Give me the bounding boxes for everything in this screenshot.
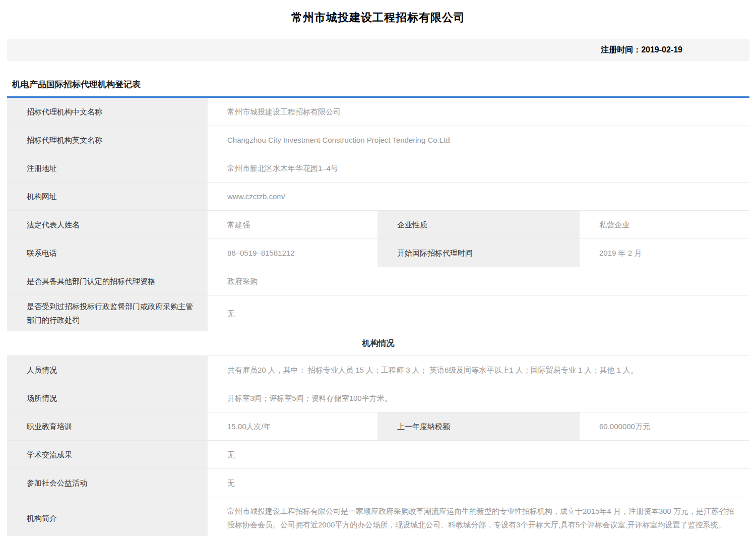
table-row: 机构网址 www.czctzb.com/ xyxy=(7,183,749,211)
row-label: 参加社会公益活动 xyxy=(7,469,208,497)
row-label: 学术交流成果 xyxy=(7,441,208,468)
row-value: 无 xyxy=(208,469,749,497)
table-row: 人员情况 共有雇员20 人，其中： 招标专业人员 15 人；工程师 3 人； 英… xyxy=(7,356,749,384)
row-value: www.czctzb.com/ xyxy=(208,183,749,210)
page: 常州市城投建设工程招标有限公司 注册时间： 2019-02-19 机电产品国际招… xyxy=(0,0,756,536)
section-header-label: 机构情况 xyxy=(362,338,395,349)
registry-table: 招标代理机构中文名称 常州市城投建设工程招标有限公司 招标代理机构英文名称 Ch… xyxy=(7,96,749,536)
row-value: 86–0519–81581212 xyxy=(208,239,377,267)
row-value: 2019 年 2 月 xyxy=(580,239,749,267)
section-header-row: 机构情况 xyxy=(7,331,749,356)
row-value: 常州市新北区水木年华花园1–4号 xyxy=(208,154,749,182)
row-label: 法定代表人姓名 xyxy=(7,211,208,239)
table-row: 职业教育培训 15.00人次/年 上一年度纳税额 60.000000万元 xyxy=(7,412,749,441)
row-label: 招标代理机构英文名称 xyxy=(7,126,208,154)
row-label: 场所情况 xyxy=(7,384,208,412)
row-value: 15.00人次/年 xyxy=(208,412,377,440)
register-time-label: 注册时间： xyxy=(601,45,641,55)
row-value: 无 xyxy=(208,295,749,331)
row-label: 机构简介 xyxy=(7,497,208,536)
register-time-value: 2019-02-19 xyxy=(641,45,682,54)
row-label: 职业教育培训 xyxy=(7,412,208,440)
table-row: 注册地址 常州市新北区水木年华花园1–4号 xyxy=(7,154,749,183)
row-value: Changzhou City Investment Construction P… xyxy=(208,126,749,154)
row-value: 常州市城投建设工程招标有限公司 xyxy=(208,98,749,126)
row-label: 上一年度纳税额 xyxy=(377,412,580,440)
row-value: 60.000000万元 xyxy=(580,412,749,440)
row-value: 常建强 xyxy=(208,211,377,239)
table-row: 场所情况 开标室3间；评标室5间；资料存储室100平方米。 xyxy=(7,384,749,412)
row-label: 招标代理机构中文名称 xyxy=(7,98,208,126)
table-row: 法定代表人姓名 常建强 企业性质 私营企业 xyxy=(7,211,749,239)
row-value: 常州市城投建设工程招标有限公司是一家顺应政府采购改革潮流应运而生的新型的专业性招… xyxy=(208,497,749,536)
table-row: 招标代理机构英文名称 Changzhou City Investment Con… xyxy=(7,126,749,154)
section-title: 机电产品国际招标代理机构登记表 xyxy=(7,79,749,90)
row-label: 是否具备其他部门认定的招标代理资格 xyxy=(7,267,208,295)
row-label: 是否受到过招标投标行政监督部门或政府采购主管部门的行政处罚 xyxy=(7,295,208,331)
row-value: 无 xyxy=(208,441,749,468)
row-label: 注册地址 xyxy=(7,154,208,182)
row-label: 机构网址 xyxy=(7,183,208,210)
table-row: 机构简介 常州市城投建设工程招标有限公司是一家顺应政府采购改革潮流应运而生的新型… xyxy=(7,497,749,536)
register-time-bar: 注册时间： 2019-02-19 xyxy=(7,39,749,61)
table-row: 参加社会公益活动 无 xyxy=(7,469,749,497)
row-value: 共有雇员20 人，其中： 招标专业人员 15 人；工程师 3 人； 英语6级及同… xyxy=(208,356,749,384)
row-label: 企业性质 xyxy=(377,211,580,239)
row-value: 私营企业 xyxy=(580,211,749,239)
row-label: 开始国际招标代理时间 xyxy=(377,239,580,267)
table-row: 是否具备其他部门认定的招标代理资格 政府采购 xyxy=(7,267,749,295)
row-label: 联系电话 xyxy=(7,239,208,267)
table-row: 是否受到过招标投标行政监督部门或政府采购主管部门的行政处罚 无 xyxy=(7,295,749,331)
table-row: 招标代理机构中文名称 常州市城投建设工程招标有限公司 xyxy=(7,98,749,126)
row-value: 政府采购 xyxy=(208,267,749,295)
table-row: 联系电话 86–0519–81581212 开始国际招标代理时间 2019 年 … xyxy=(7,239,749,267)
page-title: 常州市城投建设工程招标有限公司 xyxy=(7,0,749,39)
row-value: 开标室3间；评标室5间；资料存储室100平方米。 xyxy=(208,384,749,412)
row-label: 人员情况 xyxy=(7,356,208,384)
table-row: 学术交流成果 无 xyxy=(7,441,749,469)
